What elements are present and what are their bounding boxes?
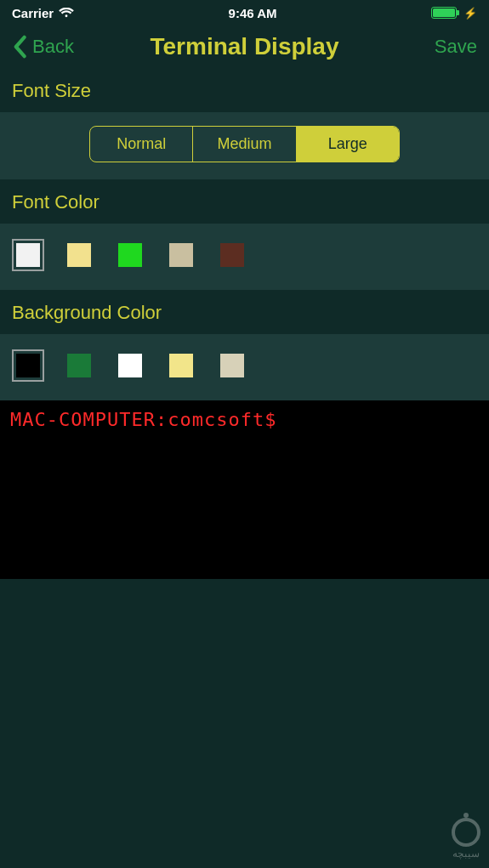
status-bar: Carrier 9:46 AM ⚡ — [0, 0, 489, 26]
background-color-header: Background Color — [0, 290, 489, 334]
font-color-swatch-color-1 — [67, 243, 91, 267]
font-color-swatch-color-0 — [16, 243, 40, 267]
font-size-option-medium[interactable]: Medium — [193, 127, 296, 162]
font-size-option-large[interactable]: Large — [297, 127, 399, 162]
back-button[interactable]: Back — [12, 35, 74, 59]
background-color-section — [0, 334, 489, 400]
nav-bar: Back Terminal Display Save — [0, 26, 489, 68]
background-color-swatch-color-1 — [67, 354, 91, 377]
terminal-preview: MAC-COMPUTER:comcsoft$ — [0, 400, 489, 579]
font-color-swatch-4[interactable] — [216, 239, 248, 271]
carrier-label: Carrier — [12, 6, 54, 20]
background-color-swatches — [12, 348, 477, 383]
font-color-swatch-color-4 — [220, 243, 244, 267]
font-size-segmented-control: NormalMediumLarge — [89, 126, 400, 162]
wifi-icon — [59, 7, 74, 19]
font-color-swatch-3[interactable] — [165, 239, 197, 271]
font-color-header: Font Color — [0, 179, 489, 224]
font-color-swatch-color-2 — [118, 243, 142, 267]
font-size-header: Font Size — [0, 68, 489, 112]
status-right: ⚡ — [431, 7, 477, 20]
font-color-swatch-0[interactable] — [12, 239, 44, 271]
charging-icon: ⚡ — [463, 7, 477, 20]
font-size-option-normal[interactable]: Normal — [90, 127, 193, 162]
status-left: Carrier — [12, 6, 74, 20]
font-color-swatches — [12, 237, 477, 273]
font-color-swatch-color-3 — [169, 243, 193, 267]
background-color-swatch-color-2 — [118, 354, 142, 377]
apple-outline-icon — [452, 818, 480, 847]
background-color-swatch-4[interactable] — [216, 349, 248, 382]
save-button[interactable]: Save — [435, 36, 477, 58]
back-label: Back — [32, 36, 74, 58]
font-color-swatch-2[interactable] — [114, 239, 146, 271]
background-color-swatch-2[interactable] — [114, 349, 146, 382]
font-color-section — [0, 224, 489, 290]
watermark: سیبچه — [452, 818, 480, 859]
background-color-swatch-color-4 — [220, 354, 244, 377]
background-color-swatch-color-3 — [169, 354, 193, 377]
terminal-prompt-text: MAC-COMPUTER:comcsoft$ — [10, 409, 276, 430]
watermark-text: سیبچه — [452, 848, 480, 859]
background-color-swatch-0[interactable] — [12, 349, 44, 382]
chevron-left-icon — [12, 35, 27, 59]
background-color-swatch-color-0 — [16, 354, 40, 377]
font-size-section: NormalMediumLarge — [0, 112, 489, 179]
background-color-swatch-1[interactable] — [63, 349, 95, 382]
font-color-swatch-1[interactable] — [63, 239, 95, 271]
battery-icon — [431, 7, 457, 19]
clock: 9:46 AM — [229, 6, 277, 20]
background-color-swatch-3[interactable] — [165, 349, 197, 382]
